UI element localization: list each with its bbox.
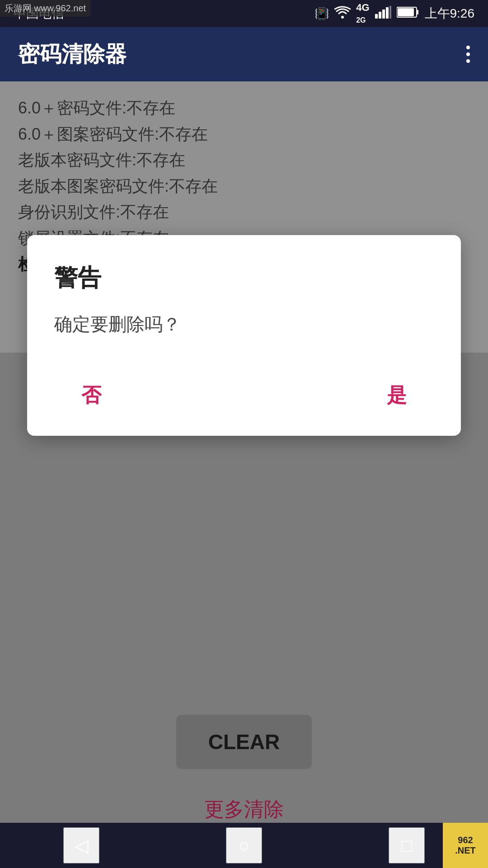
dialog-message: 确定要删除吗？ xyxy=(54,312,434,337)
svg-rect-3 xyxy=(382,9,385,19)
dialog-no-button[interactable]: 否 xyxy=(63,373,119,418)
nav-back-button[interactable]: ◁ xyxy=(63,827,99,863)
svg-rect-1 xyxy=(375,14,378,19)
dialog-buttons: 否 是 xyxy=(54,373,434,418)
status-icons: 📳 4G2G 上午9:26 xyxy=(314,2,474,25)
svg-rect-7 xyxy=(417,10,418,14)
app-title: 密码清除器 xyxy=(18,40,127,69)
svg-rect-8 xyxy=(398,8,414,16)
warning-dialog: 警告 确定要删除吗？ 否 是 xyxy=(27,235,461,436)
signal-icon: 4G2G xyxy=(356,2,369,25)
corner-watermark-text: 962.NET xyxy=(455,835,476,856)
svg-rect-4 xyxy=(386,7,389,19)
svg-rect-2 xyxy=(379,12,381,19)
wifi-icon xyxy=(334,5,351,22)
signal-bars-icon xyxy=(375,6,391,22)
top-watermark: 乐游网 www.962.net xyxy=(0,0,90,17)
dialog-title: 警告 xyxy=(54,262,434,294)
svg-rect-5 xyxy=(389,6,391,19)
corner-watermark: 962.NET xyxy=(443,823,488,868)
time-label: 上午9:26 xyxy=(425,5,475,22)
svg-point-0 xyxy=(341,16,344,19)
more-menu-button[interactable] xyxy=(466,46,470,63)
nav-home-button[interactable]: ○ xyxy=(226,827,262,863)
dim-overlay xyxy=(0,81,488,823)
app-header: 密码清除器 xyxy=(0,27,488,81)
dialog-yes-button[interactable]: 是 xyxy=(369,373,425,418)
nav-bar: ◁ ○ □ xyxy=(0,823,488,868)
nav-recent-button[interactable]: □ xyxy=(389,827,425,863)
battery-icon xyxy=(397,6,419,21)
vibrate-icon: 📳 xyxy=(314,7,329,21)
